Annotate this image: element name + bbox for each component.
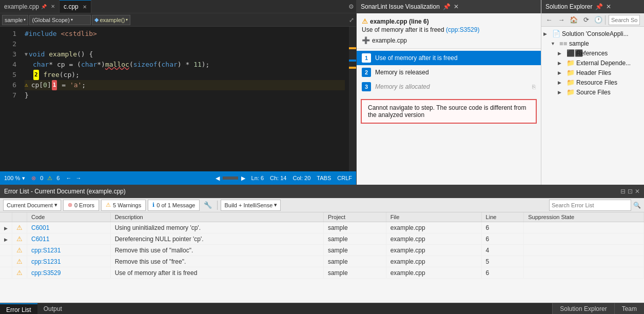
pin-icon[interactable]: 📌 [443,3,451,10]
step-item-1[interactable]: 1 Use of memory after it is freed [357,51,541,65]
search-icon[interactable]: 🔍 [633,202,641,209]
tab-error-list[interactable]: Error List [0,303,37,315]
close-icon[interactable]: ✕ [635,188,640,195]
tree-item-source-files[interactable]: ▶ 📁 Source Files [541,87,644,97]
code-editor[interactable]: #include <cstdlib> ▼void example() { cha… [21,27,349,171]
warning-icon: ⚠ [16,269,23,277]
build-filter-label: Build + IntelliSense [224,202,272,208]
editor-settings-icon[interactable]: ⚙ [348,3,354,10]
forward-button[interactable]: → [556,14,567,26]
home-button[interactable]: 🏠 [568,14,579,26]
nav-forward-icon[interactable]: → [75,175,81,181]
code-link[interactable]: cpp:S1231 [31,247,61,254]
file-cell: example.cpp [386,233,481,245]
tab-close-icon[interactable]: ✕ [83,4,87,10]
step-item-2[interactable]: 2 Memory is released [357,65,541,80]
code-link[interactable]: C6011 [31,235,49,243]
ln-status: Ln: 6 [251,175,264,181]
editor-tab-bar: example.cpp 📌 ✕ c.cpp ✕ ⚙ [0,0,356,13]
file-cell: example.cpp [386,245,481,256]
zoom-status[interactable]: 100 % ▾ [4,175,25,182]
function-scope-dropdown[interactable]: ◆ example() ▾ [92,15,130,25]
build-filter-dropdown[interactable]: Build + IntelliSense ▾ [221,200,281,211]
history-button[interactable]: 🕐 [593,14,604,26]
description-cell: Dereferencing NULL pointer 'cp'. [110,233,323,245]
tree-item-external-deps[interactable]: ▶ 📁 External Depende... [541,58,644,68]
warning-count: 6 [56,175,60,181]
table-row[interactable]: ⚠ cpp:S1231 Remove this use of "malloc".… [0,245,644,256]
messages-filter-button[interactable]: ℹ 0 of 1 Message [148,200,200,211]
nav-back-icon[interactable]: ← [66,175,71,181]
separator [605,15,606,25]
error-list-search-input[interactable] [549,200,631,211]
solution-search-input[interactable] [609,15,640,25]
copy-icon[interactable]: ⎘ [532,84,536,90]
project-cell: sample [323,245,386,256]
table-row[interactable]: ⚠ cpp:S3529 Use of memory after it is fr… [0,267,644,279]
back-button[interactable]: ← [543,14,555,26]
close-icon[interactable]: ✕ [454,3,459,10]
function-label: example() [100,17,125,23]
plus-icon: ➕ [362,36,370,44]
sync-button[interactable]: ⟳ [580,14,592,26]
search-area: 🔍 [549,200,641,211]
dock-icon[interactable]: ⊡ [628,188,633,195]
function-icon: ◆ [94,16,99,23]
code-link[interactable]: cpp:S1231 [31,258,61,265]
chevron-down-icon: ▾ [54,202,57,208]
pin-icon[interactable]: 📌 [595,3,603,10]
project-cell: sample [323,267,386,279]
tab-output[interactable]: Output [37,303,68,315]
global-scope-dropdown[interactable]: (Global Scope) ▾ [29,15,91,25]
step-item-3[interactable]: 3 Memory is allocated ⎘ [357,80,541,94]
expand-arrow-icon[interactable]: ▶ [4,237,8,242]
expand-icon[interactable]: ⤢ [349,16,354,24]
solution-search-container [609,15,640,25]
filter-tools-icon[interactable]: 🔧 [202,201,214,209]
code-link[interactable]: cpp:S3529 [31,269,61,277]
tree-item-header-files[interactable]: ▶ 📁 Header Files [541,68,644,77]
tab-pin-icon: 📌 [41,4,47,9]
warnings-filter-button[interactable]: ⚠ 5 Warnings [101,200,146,211]
tab-solution-explorer[interactable]: Solution Explorer [552,303,614,315]
issue-file: ⚠ example.cpp (line 6) [362,17,536,25]
editor-status-bar: 100 % ▾ ⊗ 0 ⚠ 6 ← → ◀ ▶ Ln: [0,171,356,185]
tree-item-references[interactable]: ▶ ⬛⬛ References [541,48,644,58]
solution-icon: 📄 [552,30,560,37]
float-icon[interactable]: ⊟ [620,188,626,195]
expand-arrow-icon[interactable]: ▶ [4,226,8,231]
issue-rule-link[interactable]: (cpp:S3529) [446,26,479,33]
table-row[interactable]: ⚠ cpp:S1231 Remove this use of "free". s… [0,256,644,267]
table-row[interactable]: ▶ ⚠ C6011 Dereferencing NULL pointer 'cp… [0,233,644,245]
project-cell: sample [323,233,386,245]
sonarlint-titlebar: SonarLint Issue Visualization 📌 ✕ [357,0,541,13]
warning-icon: ⚠ [362,17,368,25]
col-code: Code [27,212,111,222]
collapse-icon[interactable]: ▼ [25,49,28,60]
tab-example-cpp[interactable]: example.cpp 📌 ✕ [0,0,60,13]
nav-next-icon[interactable]: ▶ [241,175,245,182]
info-icon: ℹ [152,202,154,208]
nav-prev-icon[interactable]: ◀ [216,175,220,182]
tree-item-resource-files[interactable]: ▶ 📁 Resource Files [541,77,644,87]
tab-c-cpp[interactable]: c.cpp ✕ [60,0,91,13]
close-icon[interactable]: ✕ [606,3,611,10]
scope-dropdown[interactable]: sample ▾ [2,15,28,25]
tree-item-solution[interactable]: ▶ 📄 Solution 'ConsoleAppli... [541,29,644,38]
code-link[interactable]: C6001 [31,224,49,231]
suppression-cell [524,256,644,267]
table-row[interactable]: ▶ ⚠ C6001 Using uninitialized memory 'cp… [0,222,644,233]
errors-count-label: 0 Errors [74,202,94,208]
solution-explorer-toolbar: ← → 🏠 ⟳ 🕐 [541,13,644,27]
tree-arrow-icon: ▶ [558,51,565,56]
col-expand [0,212,12,222]
errors-filter-button[interactable]: ⊗ 0 Errors [63,200,99,211]
warning-indicator: ⚠ [25,80,28,90]
tree-item-sample[interactable]: ▼ ■■ sample [541,38,644,48]
scope-filter-dropdown[interactable]: Current Document ▾ [3,200,61,211]
col-file: File [386,212,481,222]
tab-close-icon[interactable]: ✕ [51,4,55,9]
tree-arrow-icon: ▶ [543,31,551,36]
tree-arrow-icon: ▼ [551,41,558,46]
tab-team[interactable]: Team [614,303,644,315]
